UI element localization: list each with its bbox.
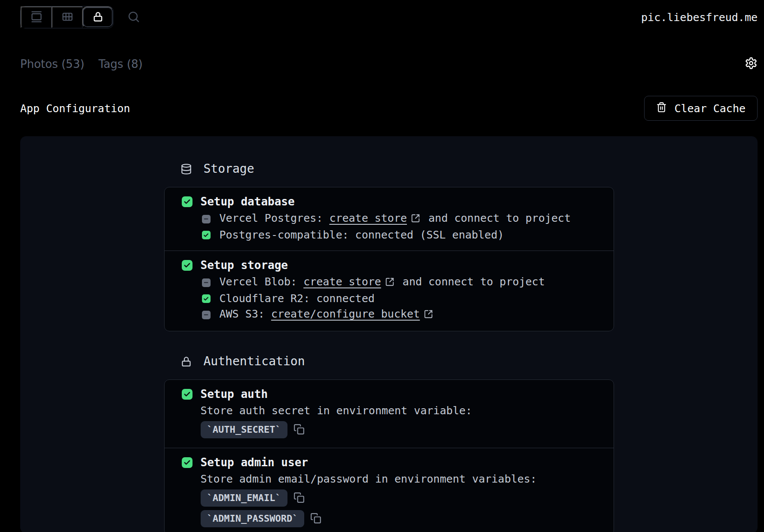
copy-icon bbox=[310, 513, 321, 525]
group-title: Setup admin user bbox=[201, 457, 308, 468]
item-text: and connect to project bbox=[422, 212, 571, 224]
group-description: Store auth secret in environment variabl… bbox=[201, 405, 596, 417]
lock-icon bbox=[92, 11, 104, 24]
checkbox-dash-icon bbox=[202, 215, 211, 223]
group-title: Setup auth bbox=[201, 388, 268, 400]
storage-card: Setup database Vercel Postgres: create s… bbox=[164, 187, 614, 331]
authentication-card: Setup auth Store auth secret in environm… bbox=[164, 379, 614, 532]
authentication-section-heading: Authentication bbox=[164, 354, 614, 369]
item-text: Vercel Postgres: bbox=[220, 212, 330, 224]
copy-button[interactable] bbox=[293, 424, 305, 436]
page-title: App Configuration bbox=[20, 102, 130, 115]
env-var-row: `AUTH_SECRET` bbox=[201, 421, 596, 438]
checkbox-checked-icon bbox=[182, 196, 193, 207]
authentication-section: Authentication Setup auth Store auth sec… bbox=[164, 354, 614, 532]
gallery-vertical-icon bbox=[31, 11, 43, 24]
checkbox-checked-icon bbox=[202, 231, 211, 239]
clear-cache-button[interactable]: Clear Cache bbox=[644, 96, 758, 121]
section-title: Storage bbox=[204, 161, 254, 177]
setup-auth-group: Setup auth Store auth secret in environm… bbox=[165, 380, 614, 448]
tab-tags[interactable]: Tags (8) bbox=[98, 58, 143, 70]
item-text: AWS S3: bbox=[220, 308, 271, 320]
checkbox-checked-icon bbox=[182, 389, 193, 400]
checklist-item-cloudflare-r2: Cloudflare R2: connected bbox=[202, 293, 596, 305]
checkbox-dash-icon bbox=[202, 311, 211, 319]
gallery-view-button[interactable] bbox=[21, 6, 52, 28]
item-text: Postgres-compatible: connected (SSL enab… bbox=[220, 229, 504, 241]
checklist-item-vercel-postgres: Vercel Postgres: create store and connec… bbox=[202, 212, 596, 226]
external-link-icon bbox=[411, 214, 420, 226]
item-text: and connect to project bbox=[396, 275, 545, 288]
app-shell: pic.liebesfreud.me Photos (53) Tags (8) … bbox=[0, 0, 764, 532]
tab-photos[interactable]: Photos (53) bbox=[20, 58, 84, 70]
env-var-chip-auth-secret: `AUTH_SECRET` bbox=[201, 421, 287, 438]
settings-button[interactable] bbox=[745, 57, 758, 71]
grid-icon bbox=[61, 11, 73, 24]
section-title: Authentication bbox=[204, 354, 305, 369]
gear-icon bbox=[745, 57, 758, 71]
setup-storage-group: Setup storage Vercel Blob: create store … bbox=[165, 251, 614, 331]
env-var-chip-admin-password: `ADMIN_PASSWORD` bbox=[201, 510, 305, 527]
lock-icon bbox=[180, 356, 192, 367]
checkbox-checked-icon bbox=[182, 457, 193, 468]
copy-icon bbox=[293, 492, 305, 504]
copy-button[interactable] bbox=[310, 513, 321, 525]
group-title: Setup storage bbox=[201, 260, 288, 271]
create-store-link[interactable]: create store bbox=[303, 275, 381, 288]
checkbox-dash-icon bbox=[202, 278, 211, 287]
create-configure-bucket-link[interactable]: create/configure bucket bbox=[271, 308, 420, 320]
checklist-item-aws-s3: AWS S3: create/configure bucket bbox=[202, 308, 596, 321]
env-var-chip-admin-email: `ADMIN_EMAIL` bbox=[201, 489, 287, 507]
copy-icon bbox=[293, 424, 305, 436]
setup-admin-user-group: Setup admin user Store admin email/passw… bbox=[165, 448, 614, 532]
group-title: Setup database bbox=[201, 196, 295, 207]
storage-section: Storage Setup database bbox=[164, 161, 614, 331]
create-store-link[interactable]: create store bbox=[329, 212, 407, 224]
item-text: Cloudflare R2: connected bbox=[220, 293, 375, 305]
trash-icon bbox=[656, 102, 667, 115]
database-icon bbox=[180, 163, 192, 175]
checkbox-checked-icon bbox=[202, 294, 211, 303]
top-bar: pic.liebesfreud.me bbox=[20, 6, 758, 28]
tabs-row: Photos (53) Tags (8) bbox=[20, 57, 758, 71]
admin-lock-button[interactable] bbox=[82, 6, 113, 28]
app-configuration-panel: Storage Setup database bbox=[20, 136, 758, 532]
checklist-item-postgres-compatible: Postgres-compatible: connected (SSL enab… bbox=[202, 229, 596, 241]
copy-button[interactable] bbox=[293, 492, 305, 504]
env-var-row: `ADMIN_EMAIL` bbox=[201, 489, 596, 507]
checkbox-checked-icon bbox=[182, 260, 193, 271]
search-button[interactable] bbox=[127, 10, 140, 24]
view-mode-toggle bbox=[20, 6, 113, 28]
group-description: Store admin email/password in environmen… bbox=[201, 473, 596, 485]
env-var-row: `ADMIN_PASSWORD` bbox=[201, 510, 596, 527]
config-header: App Configuration Clear Cache bbox=[20, 96, 758, 121]
grid-view-button[interactable] bbox=[52, 6, 83, 28]
clear-cache-label: Clear Cache bbox=[674, 102, 746, 115]
item-text: Vercel Blob: bbox=[220, 275, 304, 288]
storage-section-heading: Storage bbox=[164, 161, 614, 177]
site-domain: pic.liebesfreud.me bbox=[641, 11, 758, 24]
checklist-item-vercel-blob: Vercel Blob: create store and connect to… bbox=[202, 276, 596, 289]
external-link-icon bbox=[385, 277, 394, 289]
setup-database-group: Setup database Vercel Postgres: create s… bbox=[165, 187, 614, 251]
search-icon bbox=[127, 10, 140, 24]
external-link-icon bbox=[424, 309, 433, 321]
